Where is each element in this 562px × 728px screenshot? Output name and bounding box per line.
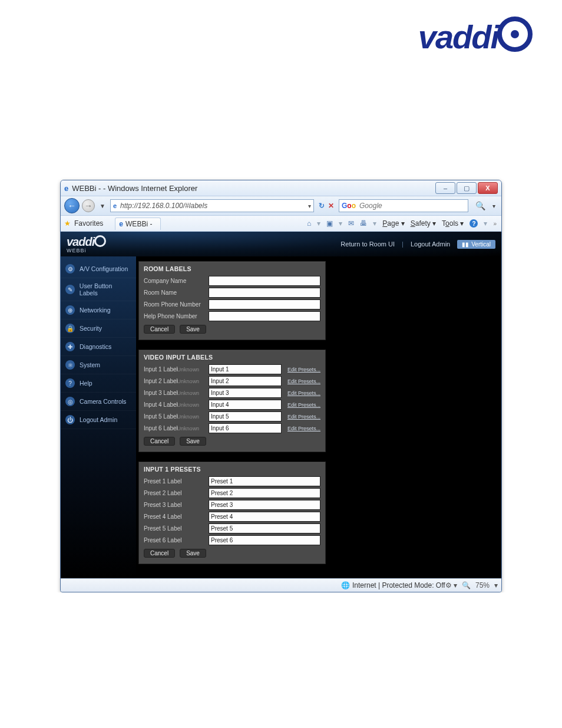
input6-edit-presets-link[interactable]: Edit Presets... [287, 426, 320, 431]
signal-icon: ▮▮ [462, 241, 469, 248]
room-labels-save-button[interactable]: Save [180, 325, 206, 334]
input4-label-input[interactable] [209, 400, 282, 410]
window-maximize-button[interactable]: ▢ [457, 182, 477, 194]
safety-menu[interactable]: Safety ▾ [411, 219, 436, 228]
sidebar-item-networking[interactable]: ⊕Networking [61, 301, 136, 319]
logo-dot-icon [497, 17, 533, 52]
sidebar-item-diagnostics[interactable]: ✚Diagnostics [61, 338, 136, 356]
input6-label-input[interactable] [209, 423, 282, 433]
status-text: Internet | Protected Mode: Off [352, 581, 445, 589]
sidebar-item-logout-admin[interactable]: ⏻Logout Admin [61, 411, 136, 429]
room-name-label: Room Name [144, 289, 205, 296]
preset2-label-input[interactable] [209, 488, 320, 498]
internet-zone-icon: 🌐 [341, 581, 350, 589]
video-inputs-cancel-button[interactable]: Cancel [144, 437, 175, 446]
presets-cancel-button[interactable]: Cancel [144, 549, 175, 558]
tab-favicon-icon: e [119, 220, 123, 228]
header-logout-admin-link[interactable]: Logout Admin [411, 241, 450, 248]
room-labels-cancel-button[interactable]: Cancel [144, 325, 175, 334]
browser-tab[interactable]: e WEBBi - [115, 218, 161, 230]
app-logo: vaddi [67, 235, 106, 249]
input1-label-input[interactable] [209, 364, 282, 374]
network-icon: ⊕ [65, 305, 75, 315]
input2-edit-presets-link[interactable]: Edit Presets... [287, 378, 320, 384]
input5-label-input[interactable] [209, 411, 282, 421]
window-close-button[interactable]: X [478, 182, 498, 194]
help-icon[interactable]: ? [470, 219, 478, 228]
input4-edit-presets-link[interactable]: Edit Presets... [287, 402, 320, 408]
zoom-level[interactable]: 75% [475, 581, 490, 589]
favorites-star-icon[interactable]: ★ [64, 219, 71, 228]
sidebar-item-camera-controls[interactable]: ◎Camera Controls [61, 393, 136, 411]
input5-edit-presets-link[interactable]: Edit Presets... [287, 414, 320, 420]
favorites-bar: ★ Favorites e WEBBi - ⌂▾ ▣▾ ✉ 🖶▾ PPageag… [61, 216, 501, 232]
browser-window: e WEBBi - - Windows Internet Explorer – … [60, 180, 502, 592]
vertical-toggle-button[interactable]: ▮▮ Vertical [457, 240, 495, 249]
preset3-label-input[interactable] [209, 500, 320, 510]
room-phone-input[interactable] [209, 299, 320, 309]
window-minimize-button[interactable]: – [435, 182, 455, 194]
address-dropdown-icon[interactable]: ▾ [308, 203, 311, 209]
room-name-input[interactable] [209, 288, 320, 298]
input3-edit-presets-link[interactable]: Edit Presets... [287, 390, 320, 396]
room-labels-heading: ROOM LABELS [144, 265, 320, 272]
search-box[interactable]: Goo [339, 199, 468, 212]
command-bar: ⌂▾ ▣▾ ✉ 🖶▾ PPageage ▾ Safety ▾ Tools ▾ ?… [302, 219, 501, 228]
status-tools-icon[interactable]: ⚙ ▾ [445, 581, 457, 589]
return-room-ui-link[interactable]: Return to Room UI [340, 241, 395, 248]
preset1-label-input[interactable] [209, 476, 320, 486]
tools-menu[interactable]: Tools ▾ [442, 219, 464, 228]
zoom-dropdown[interactable]: ▾ [494, 581, 498, 589]
status-bar: 🌐 Internet | Protected Mode: Off ⚙ ▾ 🔍 7… [61, 578, 501, 592]
page-favicon-icon: e [113, 202, 117, 209]
app-header: vaddi WEBBi Return to Room UI | Logout A… [61, 232, 501, 256]
search-provider-dropdown[interactable]: ▾ [490, 203, 498, 209]
favorites-label[interactable]: Favorites [74, 219, 103, 228]
page-content: vaddi WEBBi Return to Room UI | Logout A… [61, 232, 501, 578]
sidebar-item-help[interactable]: ?Help [61, 374, 136, 393]
company-name-input[interactable] [209, 276, 320, 286]
google-logo-icon: Goo [342, 202, 356, 210]
room-labels-panel: ROOM LABELS Company Name Room Name Room … [138, 261, 326, 340]
preset6-label-input[interactable] [209, 535, 320, 545]
presets-save-button[interactable]: Save [180, 549, 206, 558]
nav-back-button[interactable]: ← [64, 198, 80, 213]
window-title: WEBBi - - Windows Internet Explorer [72, 184, 432, 193]
nav-history-dropdown[interactable]: ▼ [97, 203, 108, 209]
input1-edit-presets-link[interactable]: Edit Presets... [287, 367, 320, 373]
preset4-label-input[interactable] [209, 512, 320, 522]
print-icon[interactable]: 🖶 [360, 219, 367, 228]
company-name-label: Company Name [144, 278, 205, 284]
sidebar-item-system[interactable]: ⚛System [61, 356, 136, 374]
zoom-icon[interactable]: 🔍 [462, 581, 471, 589]
address-input[interactable] [119, 201, 306, 210]
address-toolbar: ← → ▼ e ▾ ↻ ✕ Goo 🔍 ▾ [61, 196, 501, 216]
sidebar-item-security[interactable]: 🔒Security [61, 319, 136, 338]
nav-forward-button[interactable]: → [82, 199, 95, 212]
read-mail-icon[interactable]: ✉ [348, 219, 354, 228]
stop-button[interactable]: ✕ [328, 202, 334, 210]
preset5-label-input[interactable] [209, 523, 320, 533]
window-titlebar: e WEBBi - - Windows Internet Explorer – … [61, 180, 501, 196]
feeds-icon[interactable]: ▣ [326, 219, 333, 228]
input3-label-input[interactable] [209, 388, 282, 398]
home-icon[interactable]: ⌂ [307, 219, 311, 228]
search-submit-icon[interactable]: 🔍 [471, 201, 488, 210]
page-brand-logo: vaddi [0, 0, 562, 56]
address-box[interactable]: e ▾ [110, 199, 314, 212]
help-phone-label: Help Phone Number [144, 313, 205, 319]
help-phone-input[interactable] [209, 311, 320, 321]
help-sidebar-icon: ? [65, 378, 75, 388]
search-input[interactable] [358, 201, 465, 210]
video-inputs-save-button[interactable]: Save [180, 437, 206, 446]
refresh-button[interactable]: ↻ [319, 202, 325, 210]
camera-icon: ◎ [65, 397, 75, 406]
sidebar-item-av-configuration[interactable]: ⚙A/V Configuration [61, 260, 136, 278]
video-input-labels-heading: VIDEO INPUT LABELS [144, 354, 320, 361]
page-menu[interactable]: PPageage ▾ [382, 219, 404, 228]
input2-label-input[interactable] [209, 376, 282, 386]
room-phone-label: Room Phone Number [144, 301, 205, 308]
sidebar-item-user-button-labels[interactable]: ✎User Button Labels [61, 278, 136, 301]
sidebar: ⚙A/V Configuration ✎User Button Labels ⊕… [61, 256, 136, 578]
logout-icon: ⏻ [65, 415, 75, 424]
